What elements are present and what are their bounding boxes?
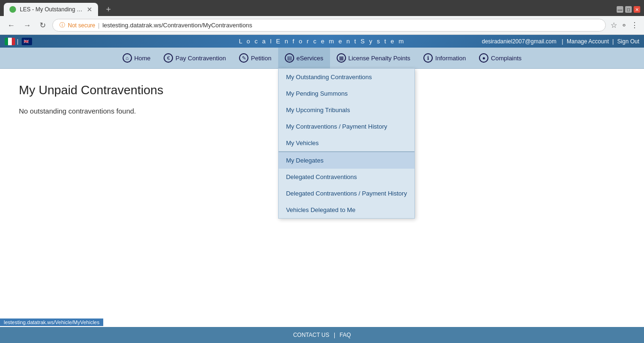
sign-out-link[interactable]: Sign Out bbox=[617, 38, 639, 45]
nav-license-penalty-points[interactable]: ▦ License Penalty Points bbox=[330, 48, 417, 68]
nav-pay-contravention[interactable]: € Pay Contravention bbox=[157, 48, 232, 68]
url-protocol: Not secure bbox=[68, 22, 95, 29]
nav-license-label: License Penalty Points bbox=[348, 55, 411, 62]
home-icon: ⌂ bbox=[123, 53, 132, 63]
url-text: lestesting.datatrak.ws/Contravention/MyC… bbox=[102, 22, 252, 29]
top-bar: | 🇬🇧 L o c a l E n f o r c e m e n t S y… bbox=[0, 35, 644, 48]
petition-icon: ✎ bbox=[239, 53, 248, 63]
uk-flag-icon[interactable]: 🇬🇧 bbox=[22, 38, 32, 45]
dropdown-my-contraventions-payment[interactable]: My Contraventions / Payment History bbox=[279, 118, 415, 135]
nav-home-label: Home bbox=[134, 55, 151, 62]
bookmark-icon[interactable]: ☆ bbox=[611, 21, 617, 30]
account-icon[interactable]: ⚬ bbox=[621, 21, 627, 30]
nav-pay-label: Pay Contravention bbox=[175, 55, 226, 62]
eservices-icon: ▤ bbox=[285, 53, 294, 63]
tab-close-button[interactable]: ✕ bbox=[87, 6, 92, 13]
nav-information[interactable]: ℹ Information bbox=[417, 48, 472, 68]
back-button[interactable]: ← bbox=[6, 20, 17, 31]
browser-tab[interactable]: LES - My Outstanding Contraven ✕ bbox=[4, 3, 98, 16]
eservices-dropdown: My Outstanding Contraventions My Pending… bbox=[278, 68, 415, 219]
nav-eservices-label: eServices bbox=[297, 55, 323, 62]
dropdown-my-upcoming-tribunals[interactable]: My Upcoming Tribunals bbox=[279, 102, 415, 118]
nav-petition[interactable]: ✎ Petition bbox=[232, 48, 278, 68]
nav-information-label: Information bbox=[435, 55, 466, 62]
nav-home[interactable]: ⌂ Home bbox=[116, 48, 157, 68]
security-icon: ⓘ bbox=[59, 21, 65, 29]
maximize-button[interactable]: □ bbox=[625, 6, 632, 13]
forward-button[interactable]: → bbox=[22, 20, 33, 31]
nav-eservices[interactable]: ▤ eServices My Outstanding Contravention… bbox=[278, 48, 330, 68]
manage-account-link[interactable]: Manage Account bbox=[567, 38, 609, 45]
info-icon: ℹ bbox=[423, 53, 433, 63]
close-button[interactable]: ✕ bbox=[634, 6, 640, 13]
italian-flag-icon[interactable] bbox=[5, 38, 15, 45]
dropdown-vehicles-delegated[interactable]: Vehicles Delegated to Me bbox=[279, 202, 415, 218]
dropdown-my-outstanding[interactable]: My Outstanding Contraventions bbox=[279, 69, 415, 85]
user-email: desiradaniel2007@gmail.com bbox=[482, 38, 556, 45]
dropdown-my-delegates[interactable]: My Delegates bbox=[279, 152, 415, 169]
address-icons: ☆ ⚬ ⋮ bbox=[611, 21, 638, 30]
flag-icons: | 🇬🇧 bbox=[5, 38, 32, 45]
site-title: L o c a l E n f o r c e m e n t S y s t … bbox=[239, 38, 405, 45]
dropdown-my-vehicles[interactable]: My Vehicles bbox=[279, 135, 415, 151]
menu-icon[interactable]: ⋮ bbox=[631, 21, 638, 30]
dropdown-delegated-contraventions-payment[interactable]: Delegated Contraventions / Payment Histo… bbox=[279, 185, 415, 202]
nav-complaints-label: Complaints bbox=[491, 55, 521, 62]
url-bar[interactable]: ⓘ Not secure | lestesting.datatrak.ws/Co… bbox=[52, 19, 606, 32]
euro-icon: € bbox=[164, 53, 173, 63]
complaints-icon: ● bbox=[479, 53, 488, 63]
top-bar-right: desiradaniel2007@gmail.com | Manage Acco… bbox=[480, 38, 639, 45]
tab-title: LES - My Outstanding Contraven bbox=[20, 6, 83, 13]
license-icon: ▦ bbox=[337, 53, 346, 63]
nav-bar: ⌂ Home € Pay Contravention ✎ Petition ▤ … bbox=[0, 48, 644, 69]
window-controls: — □ ✕ bbox=[617, 6, 640, 13]
browser-chrome: LES - My Outstanding Contraven ✕ + — □ ✕ bbox=[0, 0, 644, 16]
nav-complaints[interactable]: ● Complaints bbox=[472, 48, 528, 68]
address-bar: ← → ↻ ⓘ Not secure | lestesting.datatrak… bbox=[0, 16, 644, 35]
new-tab-button[interactable]: + bbox=[102, 3, 115, 16]
dropdown-my-pending-summons[interactable]: My Pending Summons bbox=[279, 85, 415, 102]
tab-favicon bbox=[9, 6, 16, 13]
refresh-button[interactable]: ↻ bbox=[38, 20, 48, 31]
dropdown-delegated-contraventions[interactable]: Delegated Contraventions bbox=[279, 169, 415, 185]
minimize-button[interactable]: — bbox=[617, 6, 623, 13]
nav-petition-label: Petition bbox=[251, 55, 271, 62]
